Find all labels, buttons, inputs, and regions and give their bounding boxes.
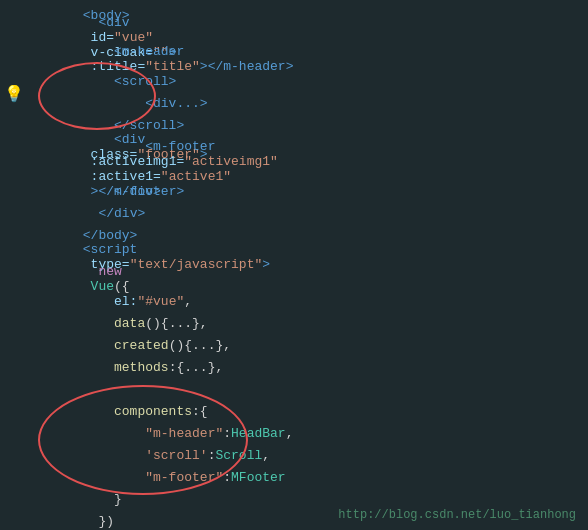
tag-mfooter: <m-footer	[145, 139, 215, 154]
tag-mheader-open: <m-header	[114, 44, 184, 59]
code-line-17: methods:{...},	[0, 356, 588, 378]
fn-methods: methods	[114, 360, 169, 375]
tag-div-open: <div	[98, 15, 129, 30]
attr-activeimg1-val: "activeimg1"	[184, 154, 278, 169]
kw-new: new	[98, 264, 121, 279]
footer-url: http://blog.csdn.net/luo_tianhong	[338, 508, 576, 522]
punc-5: :{...},	[169, 360, 224, 375]
bulb-icon: 💡	[4, 84, 24, 104]
attr-activeimg1: :activeimg1=	[83, 154, 184, 169]
code-editor: <body> <div id="vue" v-cloak=""> <m-head…	[0, 0, 588, 530]
